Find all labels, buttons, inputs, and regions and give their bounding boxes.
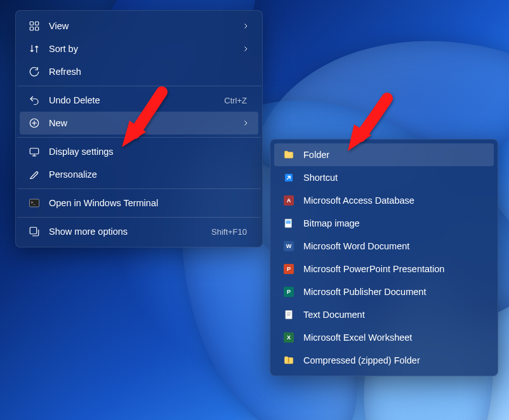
word-icon: W [283,240,294,252]
menu-shortcut: Ctrl+Z [224,96,247,105]
submenu-item-bitmap[interactable]: Bitmap image [274,212,494,235]
menu-item-terminal[interactable]: >_ Open in Windows Terminal [20,192,258,214]
menu-label: Microsoft Excel Worksheet [303,332,485,343]
chevron-right-icon [242,22,249,30]
menu-label: Microsoft Word Document [303,241,485,251]
svg-rect-1 [36,22,39,25]
menu-label: Refresh [49,67,249,77]
menu-label: Compressed (zipped) Folder [303,355,485,365]
shortcut-icon [283,172,294,183]
menu-label: Folder [303,150,485,160]
menu-label: Text Document [303,310,485,320]
submenu-item-publisher[interactable]: P Microsoft Publisher Document [274,280,494,303]
menu-label: Show more options [49,226,202,237]
menu-label: Display settings [49,147,249,157]
menu-label: View [49,21,233,31]
refresh-icon [29,66,40,77]
svg-rect-16 [286,310,293,319]
menu-label: Microsoft PowerPoint Presentation [303,264,485,274]
context-menu-new-submenu: Folder Shortcut A Microsoft Access Datab… [270,139,498,376]
svg-rect-3 [36,27,39,30]
menu-item-sortby[interactable]: Sort by [20,37,258,60]
svg-rect-2 [30,27,33,30]
powerpoint-icon: P [283,263,294,275]
submenu-item-powerpoint[interactable]: P Microsoft PowerPoint Presentation [274,258,494,280]
svg-rect-15 [286,221,291,224]
view-icon [29,20,40,32]
menu-item-more-options[interactable]: Show more options Shift+F10 [20,220,258,243]
submenu-item-shortcut[interactable]: Shortcut [274,166,494,189]
menu-label: Undo Delete [49,95,215,105]
menu-label: Microsoft Access Database [303,195,485,206]
access-icon: A [283,195,294,206]
excel-icon: X [283,332,294,343]
menu-item-display-settings[interactable]: Display settings [20,140,258,163]
bitmap-icon [283,218,294,229]
menu-separator [17,137,261,138]
menu-separator [17,217,261,218]
menu-shortcut: Shift+F10 [211,227,247,237]
personalize-icon [29,169,40,180]
svg-rect-0 [30,22,33,25]
menu-label: Bitmap image [303,218,485,228]
svg-rect-20 [288,358,289,363]
publisher-icon: P [283,286,294,298]
submenu-item-access[interactable]: A Microsoft Access Database [274,189,494,212]
svg-rect-7 [30,148,39,154]
submenu-item-zip[interactable]: Compressed (zipped) Folder [274,349,494,372]
new-icon [29,117,40,129]
menu-label: Open in Windows Terminal [49,198,249,208]
folder-icon [283,149,294,161]
menu-label: Personalize [49,169,249,180]
menu-item-undo-delete[interactable]: Undo Delete Ctrl+Z [20,89,258,112]
submenu-item-folder[interactable]: Folder [274,143,494,166]
display-icon [29,146,40,157]
menu-label: Microsoft Publisher Document [303,287,485,297]
menu-item-view[interactable]: View [20,15,258,37]
menu-separator [17,188,261,189]
menu-item-personalize[interactable]: Personalize [20,163,258,186]
sort-icon [29,43,40,55]
terminal-icon: >_ [29,197,40,209]
menu-label: New [49,118,233,128]
zip-icon [283,355,294,366]
menu-label: Shortcut [303,173,485,183]
chevron-right-icon [242,119,249,127]
text-icon [283,309,294,320]
svg-rect-12 [30,227,37,234]
undo-icon [29,95,40,106]
context-menu-main: View Sort by Refresh Undo Delete Ctrl+Z … [15,10,263,247]
menu-item-new[interactable]: New [20,112,258,135]
more-icon [29,226,40,237]
menu-item-refresh[interactable]: Refresh [20,60,258,83]
menu-separator [17,86,261,86]
menu-label: Sort by [49,44,233,54]
submenu-item-excel[interactable]: X Microsoft Excel Worksheet [274,326,494,349]
submenu-item-text[interactable]: Text Document [274,303,494,326]
chevron-right-icon [242,45,249,53]
submenu-item-word[interactable]: W Microsoft Word Document [274,235,494,258]
svg-text:>_: >_ [31,200,36,205]
